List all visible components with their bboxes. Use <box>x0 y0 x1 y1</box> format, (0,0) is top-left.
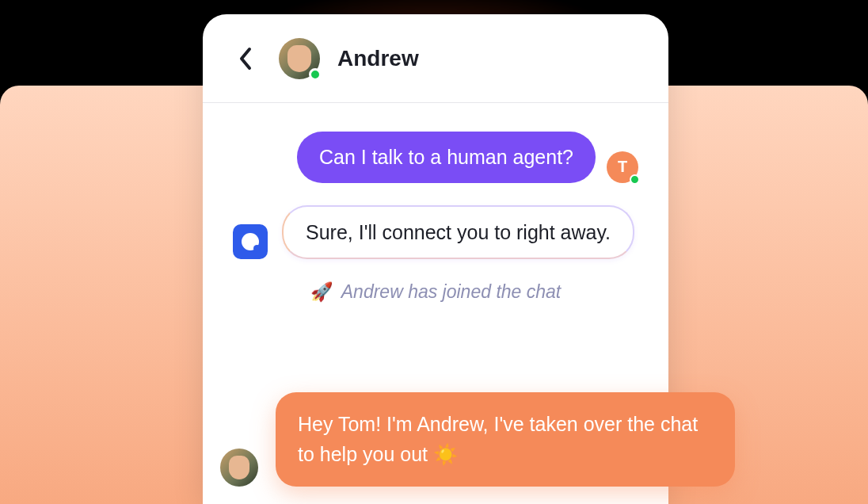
bot-message-bubble: Sure, I'll connect you to right away. <box>282 205 634 260</box>
back-button[interactable] <box>230 43 261 74</box>
chat-body: Can I talk to a human agent? T Sure, I'l… <box>203 103 668 303</box>
user-avatar[interactable]: T <box>607 151 638 183</box>
message-row-agent: Hey Tom! I'm Andrew, I've taken over the… <box>220 392 735 487</box>
online-status-dot <box>309 68 322 81</box>
avatar-face-icon <box>229 456 249 479</box>
user-avatar-letter: T <box>618 158 627 176</box>
avatar-face-icon <box>287 45 311 72</box>
bot-avatar[interactable] <box>233 224 268 259</box>
chevron-left-icon <box>238 47 253 71</box>
rocket-icon: 🚀 <box>310 281 333 302</box>
message-row-bot: Sure, I'll connect you to right away. <box>233 205 638 260</box>
online-status-dot <box>630 174 640 185</box>
system-message-row: 🚀Andrew has joined the chat <box>233 281 638 303</box>
chat-header: Andrew <box>203 14 668 103</box>
system-message: 🚀Andrew has joined the chat <box>310 281 561 302</box>
agent-avatar[interactable] <box>220 449 258 487</box>
user-message-bubble: Can I talk to a human agent? <box>297 132 596 183</box>
system-message-text: Andrew has joined the chat <box>341 281 561 302</box>
message-row-user: Can I talk to a human agent? T <box>233 132 638 183</box>
header-avatar[interactable] <box>279 38 320 79</box>
header-name: Andrew <box>337 46 419 71</box>
agent-message-bubble: Hey Tom! I'm Andrew, I've taken over the… <box>276 392 735 487</box>
